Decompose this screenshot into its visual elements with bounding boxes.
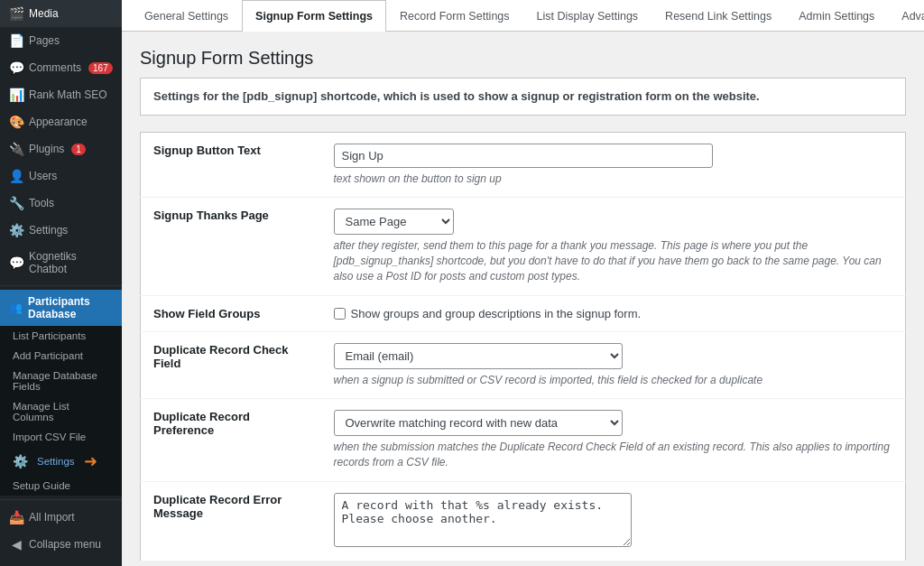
signup-button-text-desc: text shown on the button to sign up bbox=[334, 172, 893, 187]
show-field-groups-checkbox-row: Show groups and group descriptions in th… bbox=[334, 307, 893, 320]
sidebar-item-settings-sub[interactable]: ⚙️ Settings ➜ bbox=[0, 447, 122, 476]
duplicate-preference-label: Duplicate Record Preference bbox=[141, 399, 321, 482]
collapse-icon: ◀ bbox=[9, 537, 23, 552]
participants-db-header[interactable]: 👥 Participants Database bbox=[0, 290, 122, 326]
signup-button-text-cell: text shown on the button to sign up bbox=[321, 132, 906, 198]
duplicate-error-message-row: Duplicate Record Error Message A record … bbox=[141, 482, 906, 561]
plugins-badge: 1 bbox=[71, 144, 86, 155]
signup-thanks-page-row: Signup Thanks Page Same Page Custom Page… bbox=[141, 198, 906, 295]
tab-record-form-settings[interactable]: Record Form Settings bbox=[386, 0, 523, 32]
settings-content: Signup Form Settings Settings for the [p… bbox=[122, 32, 924, 566]
sidebar-item-add-participant[interactable]: Add Participant bbox=[0, 346, 122, 366]
duplicate-preference-inner: Overwrite matching record with new data … bbox=[334, 410, 893, 470]
sidebar: 🎬 Media 📄 Pages 💬 Comments 167 📊 Rank Ma… bbox=[0, 0, 122, 566]
sidebar-item-comments[interactable]: 💬 Comments 167 bbox=[0, 54, 122, 81]
show-field-groups-cell: Show groups and group descriptions in th… bbox=[321, 295, 906, 331]
all-import-icon: 📥 bbox=[9, 510, 23, 524]
sidebar-item-pages[interactable]: 📄 Pages bbox=[0, 27, 122, 54]
sidebar-item-all-import[interactable]: 📥 All Import bbox=[0, 504, 122, 531]
page-description: Settings for the [pdb_signup] shortcode,… bbox=[140, 78, 906, 116]
show-field-groups-row: Show Field Groups Show groups and group … bbox=[141, 295, 906, 331]
sidebar-item-manage-list-columns[interactable]: Manage List Columns bbox=[0, 396, 122, 427]
main-content: General Settings Signup Form Settings Re… bbox=[122, 0, 924, 566]
show-field-groups-label: Show Field Groups bbox=[141, 295, 321, 331]
sidebar-item-import-csv[interactable]: Import CSV File bbox=[0, 427, 122, 447]
duplicate-error-message-label: Duplicate Record Error Message bbox=[141, 482, 321, 561]
tabs-bar: General Settings Signup Form Settings Re… bbox=[122, 0, 924, 32]
sidebar-item-settings[interactable]: ⚙️ Settings bbox=[0, 217, 122, 244]
sidebar-item-list-participants[interactable]: List Participants bbox=[0, 326, 122, 346]
chatbot-icon: 💬 bbox=[9, 255, 23, 270]
tab-signup-form-settings[interactable]: Signup Form Settings bbox=[242, 0, 386, 32]
duplicate-check-field-select[interactable]: Email (email) None bbox=[334, 343, 623, 369]
comments-badge: 167 bbox=[88, 62, 113, 74]
tab-list-display-settings[interactable]: List Display Settings bbox=[523, 0, 652, 32]
sidebar-item-collapse[interactable]: ◀ Collapse menu bbox=[0, 531, 122, 558]
appearance-icon: 🎨 bbox=[9, 115, 23, 129]
duplicate-preference-cell: Overwrite matching record with new data … bbox=[321, 399, 906, 482]
tools-icon: 🔧 bbox=[9, 196, 23, 210]
signup-thanks-page-cell: Same Page Custom Page after they registe… bbox=[321, 198, 906, 295]
sidebar-item-chatbot[interactable]: 💬 Kognetiks Chatbot bbox=[0, 244, 122, 282]
sidebar-item-users[interactable]: 👤 Users bbox=[0, 162, 122, 190]
tab-general-settings[interactable]: General Settings bbox=[131, 0, 242, 32]
sidebar-item-manage-db-fields[interactable]: Manage Database Fields bbox=[0, 366, 122, 396]
duplicate-preference-row: Duplicate Record Preference Overwrite ma… bbox=[141, 399, 906, 482]
media-icon: 🎬 bbox=[9, 6, 23, 21]
duplicate-check-field-label: Duplicate Record Check Field bbox=[141, 331, 321, 399]
sidebar-item-appearance[interactable]: 🎨 Appearance bbox=[0, 108, 122, 135]
settings-sub-icon: ⚙️ bbox=[13, 454, 28, 469]
rank-math-icon: 📊 bbox=[9, 88, 23, 102]
show-field-groups-desc: Show groups and group descriptions in th… bbox=[351, 307, 642, 320]
signup-button-text-label: Signup Button Text bbox=[141, 132, 321, 198]
duplicate-error-message-textarea[interactable]: A record with that %s already exists. Pl… bbox=[334, 493, 632, 547]
settings-table: Signup Button Text text shown on the but… bbox=[140, 132, 906, 562]
pages-icon: 📄 bbox=[9, 33, 23, 48]
sidebar-item-tools[interactable]: 🔧 Tools bbox=[0, 190, 122, 217]
tab-advanced-settings[interactable]: Advanced Settings bbox=[888, 0, 924, 32]
duplicate-preference-desc: when the submission matches the Duplicat… bbox=[334, 440, 893, 470]
sidebar-item-setup-guide[interactable]: Setup Guide bbox=[0, 476, 122, 496]
participants-db-icon: 👥 bbox=[9, 302, 23, 314]
tab-resend-link-settings[interactable]: Resend Link Settings bbox=[651, 0, 785, 32]
signup-thanks-page-label: Signup Thanks Page bbox=[141, 198, 321, 295]
duplicate-check-field-desc: when a signup is submitted or CSV record… bbox=[334, 373, 763, 388]
duplicate-error-message-cell: A record with that %s already exists. Pl… bbox=[321, 482, 906, 561]
sidebar-item-rank-math[interactable]: 📊 Rank Math SEO bbox=[0, 81, 122, 108]
duplicate-check-field-inner: Email (email) None when a signup is subm… bbox=[334, 343, 763, 388]
sidebar-item-media[interactable]: 🎬 Media bbox=[0, 0, 122, 27]
signup-thanks-page-desc: after they register, send them to this p… bbox=[334, 238, 893, 283]
sidebar-item-plugins[interactable]: 🔌 Plugins 1 bbox=[0, 135, 122, 162]
comments-icon: 💬 bbox=[9, 60, 23, 75]
duplicate-check-field-row: Duplicate Record Check Field Email (emai… bbox=[141, 331, 906, 399]
tab-admin-settings[interactable]: Admin Settings bbox=[785, 0, 888, 32]
show-field-groups-checkbox[interactable] bbox=[334, 308, 346, 320]
users-icon: 👤 bbox=[9, 169, 23, 183]
sidebar-submenu: List Participants Add Participant Manage… bbox=[0, 326, 122, 496]
duplicate-check-field-cell: Email (email) None when a signup is subm… bbox=[321, 332, 906, 399]
signup-button-text-row: Signup Button Text text shown on the but… bbox=[141, 132, 906, 198]
duplicate-preference-select[interactable]: Overwrite matching record with new data … bbox=[334, 410, 623, 436]
orange-arrow-sidebar: ➜ bbox=[84, 451, 97, 471]
signup-thanks-page-select[interactable]: Same Page Custom Page bbox=[334, 209, 454, 235]
signup-button-text-input[interactable] bbox=[334, 144, 713, 168]
plugins-icon: 🔌 bbox=[9, 142, 23, 156]
page-title: Signup Form Settings bbox=[140, 48, 906, 69]
settings-icon: ⚙️ bbox=[9, 223, 23, 237]
